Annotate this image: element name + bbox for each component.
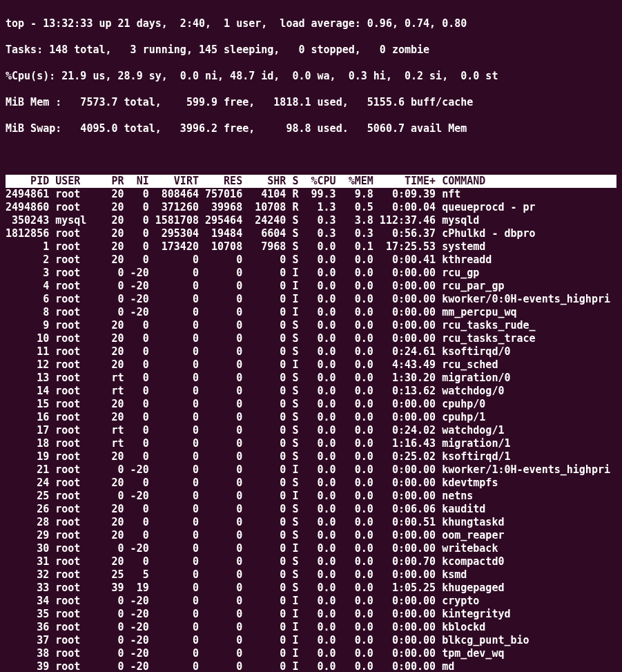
process-row[interactable]: 19 root 20 0 0 0 0 S 0.0 0.0 0:25.02 kso… (6, 450, 616, 463)
process-row[interactable]: 8 root 0 -20 0 0 0 I 0.0 0.0 0:00.00 mm_… (6, 306, 616, 319)
summary-line-uptime: top - 13:32:33 up 21 days, 2:40, 1 user,… (6, 17, 616, 30)
process-row[interactable]: 4 root 0 -20 0 0 0 I 0.0 0.0 0:00.00 rcu… (6, 280, 616, 293)
process-row[interactable]: 16 root 20 0 0 0 0 S 0.0 0.0 0:00.00 cpu… (6, 411, 616, 424)
process-row[interactable]: 3 root 0 -20 0 0 0 I 0.0 0.0 0:00.00 rcu… (6, 267, 616, 280)
blank-line (6, 148, 616, 162)
process-row[interactable]: 25 root 0 -20 0 0 0 I 0.0 0.0 0:00.00 ne… (6, 490, 616, 503)
process-row[interactable]: 2494860 root 20 0 371260 39968 10708 R 1… (6, 201, 616, 214)
process-row[interactable]: 26 root 20 0 0 0 0 S 0.0 0.0 0:06.06 kau… (6, 503, 616, 516)
process-row[interactable]: 15 root 20 0 0 0 0 S 0.0 0.0 0:00.00 cpu… (6, 398, 616, 411)
process-row[interactable]: 18 root rt 0 0 0 0 S 0.0 0.0 1:16.43 mig… (6, 437, 616, 450)
process-row[interactable]: 12 root 20 0 0 0 0 I 0.0 0.0 4:43.49 rcu… (6, 358, 616, 372)
process-row[interactable]: 13 root rt 0 0 0 0 S 0.0 0.0 1:30.20 mig… (6, 372, 616, 385)
summary-line-tasks: Tasks: 148 total, 3 running, 145 sleepin… (6, 44, 616, 57)
process-row[interactable]: 11 root 20 0 0 0 0 S 0.0 0.0 0:24.61 kso… (6, 345, 616, 358)
process-row[interactable]: 29 root 20 0 0 0 0 S 0.0 0.0 0:00.00 oom… (6, 529, 616, 542)
summary-line-mem: MiB Mem : 7573.7 total, 599.9 free, 1818… (6, 96, 616, 109)
process-row[interactable]: 1 root 20 0 173420 10708 7968 S 0.0 0.1 … (6, 240, 616, 253)
process-row[interactable]: 9 root 20 0 0 0 0 S 0.0 0.0 0:00.00 rcu_… (6, 319, 616, 332)
process-row[interactable]: 24 root 20 0 0 0 0 S 0.0 0.0 0:00.00 kde… (6, 477, 616, 490)
process-row[interactable]: 37 root 0 -20 0 0 0 I 0.0 0.0 0:00.00 bl… (6, 634, 616, 647)
terminal-top[interactable]: top - 13:32:33 up 21 days, 2:40, 1 user,… (0, 0, 622, 672)
process-row[interactable]: 36 root 0 -20 0 0 0 I 0.0 0.0 0:00.00 kb… (6, 621, 616, 634)
process-table-body: 2494861 root 20 0 808464 757016 4104 R 9… (6, 188, 616, 672)
process-row[interactable]: 32 root 25 5 0 0 0 S 0.0 0.0 0:00.00 ksm… (6, 568, 616, 582)
summary-line-swap: MiB Swap: 4095.0 total, 3996.2 free, 98.… (6, 122, 616, 135)
process-row[interactable]: 21 root 0 -20 0 0 0 I 0.0 0.0 0:00.00 kw… (6, 463, 616, 477)
process-row[interactable]: 17 root rt 0 0 0 0 S 0.0 0.0 0:24.02 wat… (6, 424, 616, 437)
process-row[interactable]: 28 root 20 0 0 0 0 S 0.0 0.0 0:00.51 khu… (6, 516, 616, 529)
process-row[interactable]: 6 root 0 -20 0 0 0 I 0.0 0.0 0:00.00 kwo… (6, 293, 616, 306)
process-row[interactable]: 14 root rt 0 0 0 0 S 0.0 0.0 0:13.62 wat… (6, 385, 616, 398)
process-row[interactable]: 30 root 0 -20 0 0 0 I 0.0 0.0 0:00.00 wr… (6, 542, 616, 555)
process-row[interactable]: 33 root 39 19 0 0 0 S 0.0 0.0 1:05.25 kh… (6, 582, 616, 595)
process-row[interactable]: 39 root 0 -20 0 0 0 I 0.0 0.0 0:00.00 md (6, 660, 616, 672)
process-row[interactable]: 350243 mysql 20 0 1581708 295464 24240 S… (6, 214, 616, 227)
process-row[interactable]: 2494861 root 20 0 808464 757016 4104 R 9… (6, 188, 616, 201)
process-row[interactable]: 35 root 0 -20 0 0 0 I 0.0 0.0 0:00.00 ki… (6, 608, 616, 621)
process-table-header[interactable]: PID USER PR NI VIRT RES SHR S %CPU %MEM … (6, 175, 616, 188)
process-row[interactable]: 38 root 0 -20 0 0 0 I 0.0 0.0 0:00.00 tp… (6, 647, 616, 660)
process-row[interactable]: 1812856 root 20 0 295304 19484 6604 S 0.… (6, 227, 616, 240)
process-row[interactable]: 34 root 0 -20 0 0 0 I 0.0 0.0 0:00.00 cr… (6, 595, 616, 608)
process-row[interactable]: 2 root 20 0 0 0 0 S 0.0 0.0 0:00.41 kthr… (6, 253, 616, 267)
summary-line-cpu: %Cpu(s): 21.9 us, 28.9 sy, 0.0 ni, 48.7 … (6, 70, 616, 83)
process-row[interactable]: 10 root 20 0 0 0 0 S 0.0 0.0 0:00.00 rcu… (6, 332, 616, 345)
process-row[interactable]: 31 root 20 0 0 0 0 S 0.0 0.0 0:00.70 kco… (6, 555, 616, 568)
